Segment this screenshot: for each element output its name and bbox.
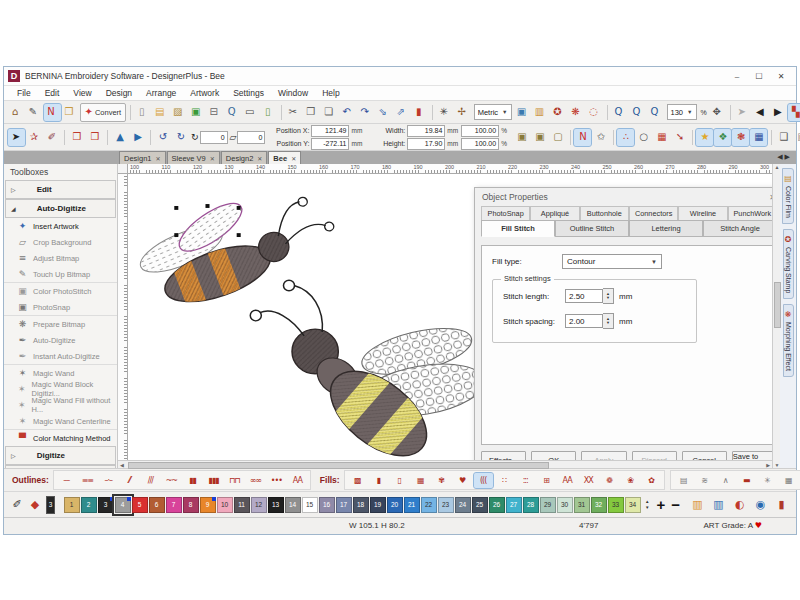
design-mode-icon[interactable]: ✎: [26, 104, 43, 121]
color-swatch[interactable]: 23: [438, 497, 454, 513]
shapes-tool-icon[interactable]: ❖: [714, 129, 731, 146]
size-value[interactable]: 17.90: [407, 138, 445, 150]
carving-stamp-toggle-icon[interactable]: ✪: [550, 104, 567, 121]
card-reader-icon[interactable]: ▯: [260, 104, 277, 121]
outline-backstitch-icon[interactable]: ⁄⁄⁄: [120, 473, 139, 488]
menu-item[interactable]: Window: [271, 88, 315, 98]
cut-icon[interactable]: ✂: [285, 104, 302, 121]
menu-item[interactable]: View: [66, 88, 98, 98]
size-value[interactable]: 19.84: [407, 125, 445, 137]
outline-lettering-icon[interactable]: AA: [288, 473, 307, 488]
redo-icon[interactable]: ↷: [357, 104, 374, 121]
hoop-layout-icon[interactable]: ⌂: [8, 104, 25, 121]
menu-item[interactable]: Help: [315, 88, 346, 98]
color-swatch[interactable]: 8: [183, 497, 199, 513]
zoom-1to1-icon[interactable]: Q: [611, 104, 628, 121]
fill-cross-icon[interactable]: ▦: [411, 473, 430, 488]
scale-to-fit-icon[interactable]: ❒: [69, 129, 86, 146]
fill-ripple-icon[interactable]: (((: [474, 473, 493, 488]
wreath-tool-icon[interactable]: ❃: [732, 129, 749, 146]
background-color-icon[interactable]: ❑: [775, 129, 792, 146]
close-design-icon[interactable]: ▮: [411, 104, 428, 121]
dialog-tab[interactable]: Fill Stitch: [481, 220, 555, 237]
print-preview-icon[interactable]: Q: [224, 104, 241, 121]
skew-field[interactable]: ▱0: [230, 131, 266, 144]
tab-scroll-arrows[interactable]: ◀▶: [777, 153, 792, 161]
dialog-button[interactable]: OK: [531, 451, 576, 460]
color-swatch[interactable]: 16: [319, 497, 335, 513]
dialog-button[interactable]: Cancel: [682, 451, 727, 460]
separator[interactable]: [692, 130, 693, 145]
color-swatch[interactable]: 7: [166, 497, 182, 513]
fill-weave-icon[interactable]: ▤: [674, 473, 693, 488]
fill-basic-dash-icon[interactable]: ▬: [737, 473, 756, 488]
design-tab[interactable]: Design1 ✕: [119, 151, 166, 164]
morphing-effect-toggle-icon[interactable]: ❋: [568, 104, 585, 121]
convert-button[interactable]: ✦Convert: [80, 103, 127, 122]
fill-punchwork-icon[interactable]: ∧: [716, 473, 735, 488]
menu-item[interactable]: Artwork: [183, 88, 226, 98]
dialog-tab[interactable]: Outline Stitch: [555, 220, 629, 237]
open-design-icon[interactable]: ▤: [152, 104, 169, 121]
zoom-level-select[interactable]: 130▼: [667, 104, 697, 120]
color-swatch[interactable]: 11: [234, 497, 250, 513]
docked-panel-tab[interactable]: ❋ Morphing Effect: [783, 304, 794, 377]
artwork-canvas-icon[interactable]: N: [44, 104, 61, 121]
dialog-tab[interactable]: Wireline: [678, 206, 727, 220]
toolbox-item[interactable]: ✒ Instant Auto-Digitize: [4, 348, 117, 365]
mirror-x-icon[interactable]: ▲: [112, 129, 129, 146]
design-canvas[interactable]: Object Properties ✕ PhotoSnapAppliquéBut…: [128, 174, 772, 460]
dialog-tab[interactable]: Buttonhole: [580, 206, 629, 220]
separator[interactable]: [432, 105, 433, 120]
scale-box-icon[interactable]: ❒: [87, 129, 104, 146]
toolbox-item[interactable]: ▣ PhotoSnap: [4, 299, 117, 316]
star-outline-icon[interactable]: ✩: [592, 129, 609, 146]
scroll-thumb[interactable]: [128, 462, 549, 469]
dialog-tab[interactable]: PhotoSnap: [481, 206, 530, 220]
scroll-thumb[interactable]: [774, 282, 781, 328]
color-swatch[interactable]: 21: [404, 497, 420, 513]
show-bitmap-icon[interactable]: ▣: [793, 129, 800, 146]
color-swatch[interactable]: 29: [540, 497, 556, 513]
line-tool-icon[interactable]: ➘: [671, 129, 688, 146]
menu-item[interactable]: Design: [99, 88, 139, 98]
color-swatch[interactable]: 19: [370, 497, 386, 513]
add-color-button[interactable]: +: [656, 497, 665, 512]
minimize-button[interactable]: –: [726, 69, 748, 83]
toolbars-settings-icon[interactable]: ✢: [454, 104, 471, 121]
separator[interactable]: [613, 130, 614, 145]
punchwork-toggle-icon[interactable]: ◌: [586, 104, 603, 121]
vertical-scrollbar[interactable]: ▲ ▼: [772, 164, 780, 468]
toolbox-item[interactable]: ✎ Touch Up Bitmap: [4, 266, 117, 283]
fill-lettering-icon[interactable]: AA: [558, 473, 577, 488]
color-swatch[interactable]: 10: [217, 497, 233, 513]
color-swatch[interactable]: 32: [591, 497, 607, 513]
color-swatch[interactable]: 33: [608, 497, 624, 513]
close-tab-icon[interactable]: ✕: [210, 155, 215, 162]
color-swatch[interactable]: 13: [268, 497, 284, 513]
fill-heart-icon[interactable]: ♥: [453, 473, 472, 488]
toolbox-item[interactable]: ▱ Crop Background: [4, 234, 117, 250]
assign-threads-icon[interactable]: ▥: [709, 496, 728, 514]
spinner-buttons[interactable]: ▲▼: [603, 313, 614, 329]
color-picker-icon[interactable]: ✐: [8, 496, 26, 514]
color-swatch[interactable]: 6: [149, 497, 165, 513]
color-swatch[interactable]: 14: [285, 497, 301, 513]
separator[interactable]: [570, 130, 571, 145]
color-swatch[interactable]: 5: [132, 497, 148, 513]
color-swatch[interactable]: 27: [506, 497, 522, 513]
separator[interactable]: [281, 105, 282, 120]
reshape-object-icon[interactable]: ✰: [26, 129, 43, 146]
dialog-tab[interactable]: Appliqué: [530, 206, 579, 220]
fill-net-icon[interactable]: ▦: [779, 473, 798, 488]
fill-pattern-flower-icon[interactable]: ✾: [432, 473, 451, 488]
horizontal-scrollbar[interactable]: ◀ ▶: [118, 460, 772, 468]
position-value[interactable]: -272.11: [311, 138, 349, 150]
dialog-close-icon[interactable]: ✕: [769, 193, 772, 202]
dialog-tab[interactable]: Lettering: [629, 220, 703, 237]
color-swatch[interactable]: 26: [489, 497, 505, 513]
export-design-icon[interactable]: ⇗: [393, 104, 410, 121]
scroll-left-icon[interactable]: ◀: [120, 461, 124, 469]
next-object-icon[interactable]: ▶: [770, 104, 787, 121]
select-object-icon[interactable]: ➤: [8, 129, 25, 146]
